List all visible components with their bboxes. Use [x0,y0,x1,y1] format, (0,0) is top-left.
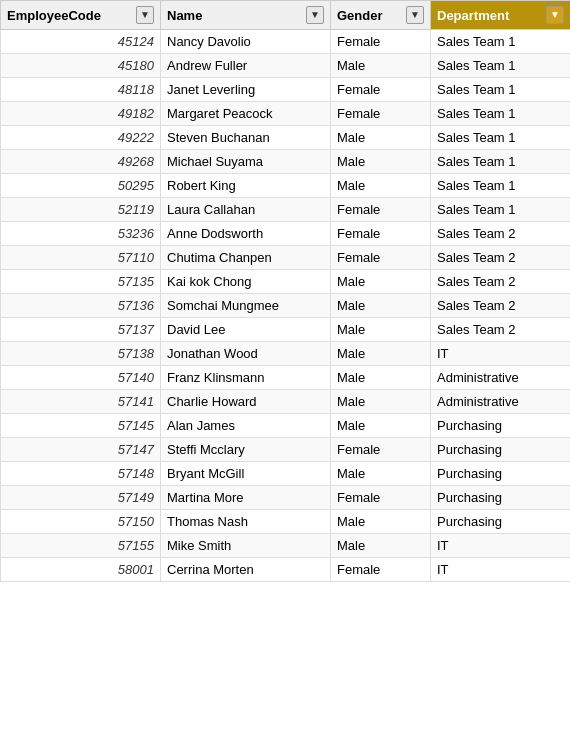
cell-name: Anne Dodsworth [161,222,331,246]
table-row: 57140Franz KlinsmannMaleAdministrative [1,366,571,390]
table-row: 57110Chutima ChanpenFemaleSales Team 2 [1,246,571,270]
cell-department: Sales Team 2 [431,294,571,318]
cell-gender: Male [331,342,431,366]
col-header-department: Department ▼ [431,1,571,30]
table-row: 57149Martina MoreFemalePurchasing [1,486,571,510]
table-row: 45124Nancy DavolioFemaleSales Team 1 [1,30,571,54]
cell-gender: Female [331,78,431,102]
cell-empcode: 57110 [1,246,161,270]
cell-name: Laura Callahan [161,198,331,222]
table-row: 57137David LeeMaleSales Team 2 [1,318,571,342]
cell-gender: Male [331,390,431,414]
cell-name: Nancy Davolio [161,30,331,54]
table-row: 49222Steven BuchananMaleSales Team 1 [1,126,571,150]
cell-name: Robert King [161,174,331,198]
cell-empcode: 57148 [1,462,161,486]
cell-gender: Female [331,30,431,54]
cell-name: Somchai Mungmee [161,294,331,318]
table-row: 49268Michael SuyamaMaleSales Team 1 [1,150,571,174]
cell-department: IT [431,342,571,366]
cell-name: Janet Leverling [161,78,331,102]
employee-table: EmployeeCode ▼ Name ▼ [0,0,570,582]
employee-table-container: EmployeeCode ▼ Name ▼ [0,0,570,582]
cell-department: Purchasing [431,462,571,486]
cell-empcode: 57141 [1,390,161,414]
cell-empcode: 57138 [1,342,161,366]
table-row: 57141Charlie HowardMaleAdministrative [1,390,571,414]
table-row: 49182Margaret PeacockFemaleSales Team 1 [1,102,571,126]
cell-empcode: 50295 [1,174,161,198]
department-label: Department [437,8,509,23]
empcode-filter-icon: ▼ [140,10,150,20]
cell-department: IT [431,558,571,582]
department-filter-icon: ▼ [550,10,560,20]
cell-gender: Male [331,126,431,150]
cell-empcode: 57155 [1,534,161,558]
table-row: 57136Somchai MungmeeMaleSales Team 2 [1,294,571,318]
table-row: 57145Alan JamesMalePurchasing [1,414,571,438]
table-row: 53236Anne DodsworthFemaleSales Team 2 [1,222,571,246]
cell-name: David Lee [161,318,331,342]
cell-gender: Female [331,486,431,510]
cell-department: Sales Team 1 [431,126,571,150]
cell-department: Purchasing [431,510,571,534]
gender-filter-button[interactable]: ▼ [406,6,424,24]
name-label: Name [167,8,202,23]
cell-name: Thomas Nash [161,510,331,534]
cell-gender: Female [331,102,431,126]
cell-department: Sales Team 1 [431,30,571,54]
cell-empcode: 53236 [1,222,161,246]
cell-gender: Female [331,558,431,582]
cell-gender: Male [331,174,431,198]
cell-empcode: 45124 [1,30,161,54]
cell-gender: Male [331,366,431,390]
table-row: 57155Mike SmithMaleIT [1,534,571,558]
table-row: 52119Laura CallahanFemaleSales Team 1 [1,198,571,222]
cell-gender: Male [331,414,431,438]
cell-department: Sales Team 1 [431,150,571,174]
cell-name: Kai kok Chong [161,270,331,294]
cell-department: Administrative [431,366,571,390]
cell-gender: Female [331,198,431,222]
cell-gender: Male [331,534,431,558]
cell-department: Purchasing [431,486,571,510]
cell-name: Charlie Howard [161,390,331,414]
cell-empcode: 57136 [1,294,161,318]
name-filter-button[interactable]: ▼ [306,6,324,24]
cell-name: Steven Buchanan [161,126,331,150]
gender-filter-icon: ▼ [410,10,420,20]
cell-department: Sales Team 2 [431,222,571,246]
cell-name: Chutima Chanpen [161,246,331,270]
cell-empcode: 49182 [1,102,161,126]
cell-name: Martina More [161,486,331,510]
cell-name: Jonathan Wood [161,342,331,366]
col-header-empcode: EmployeeCode ▼ [1,1,161,30]
table-row: 57147Steffi McclaryFemalePurchasing [1,438,571,462]
cell-gender: Female [331,246,431,270]
table-row: 58001Cerrina MortenFemaleIT [1,558,571,582]
cell-department: Sales Team 1 [431,198,571,222]
empcode-filter-button[interactable]: ▼ [136,6,154,24]
table-row: 57138Jonathan WoodMaleIT [1,342,571,366]
cell-gender: Male [331,270,431,294]
cell-gender: Male [331,462,431,486]
table-row: 57150Thomas NashMalePurchasing [1,510,571,534]
cell-empcode: 57147 [1,438,161,462]
cell-department: Purchasing [431,438,571,462]
cell-department: Sales Team 2 [431,246,571,270]
cell-department: Purchasing [431,414,571,438]
cell-department: Sales Team 1 [431,54,571,78]
cell-empcode: 58001 [1,558,161,582]
table-row: 48118Janet LeverlingFemaleSales Team 1 [1,78,571,102]
cell-name: Bryant McGill [161,462,331,486]
cell-name: Andrew Fuller [161,54,331,78]
department-filter-button[interactable]: ▼ [546,6,564,24]
cell-empcode: 57150 [1,510,161,534]
cell-department: IT [431,534,571,558]
empcode-label: EmployeeCode [7,8,101,23]
table-header-row: EmployeeCode ▼ Name ▼ [1,1,571,30]
cell-name: Mike Smith [161,534,331,558]
cell-name: Steffi Mcclary [161,438,331,462]
cell-empcode: 57149 [1,486,161,510]
cell-name: Margaret Peacock [161,102,331,126]
